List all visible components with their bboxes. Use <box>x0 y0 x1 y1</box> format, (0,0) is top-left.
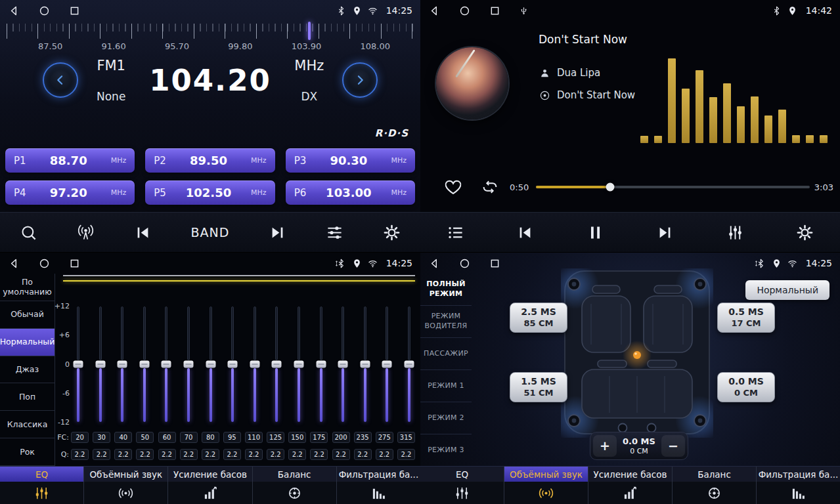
seek-slider[interactable] <box>536 186 810 188</box>
eq-band-slider-95hz[interactable] <box>227 305 238 423</box>
tab-bass-boost[interactable]: Усиление басов <box>588 467 673 504</box>
eq-preset-item[interactable]: Джаз <box>0 356 55 384</box>
preset-button-p4[interactable]: P497.20MHz <box>5 180 135 205</box>
settings-button[interactable] <box>792 220 818 245</box>
eq-preset-item[interactable]: Обычай <box>0 301 55 329</box>
slider-handle[interactable] <box>228 361 238 368</box>
eq-band-slider-40hz[interactable] <box>116 305 128 423</box>
recents-icon[interactable] <box>68 257 81 270</box>
eq-band-slider-200hz[interactable] <box>337 305 349 423</box>
eq-band-slider-30hz[interactable] <box>95 305 106 423</box>
tab-balance[interactable]: Баланс <box>673 467 757 504</box>
eq-band-slider-50hz[interactable] <box>139 305 150 423</box>
eq-band-slider-275hz[interactable] <box>381 305 393 423</box>
previous-station-button[interactable] <box>130 220 156 245</box>
slider-handle[interactable] <box>272 361 282 368</box>
stage-mode-item[interactable]: ПАССАЖИР <box>420 338 472 370</box>
recents-icon[interactable] <box>489 5 501 17</box>
preset-button-p3[interactable]: P390.30MHz <box>286 148 415 173</box>
equalizer-button[interactable] <box>722 220 748 245</box>
slider-handle[interactable] <box>294 361 303 368</box>
eq-preset-item[interactable]: Поп <box>0 383 55 411</box>
tune-down-button[interactable] <box>43 62 78 98</box>
slider-handle[interactable] <box>95 361 105 368</box>
recents-icon[interactable] <box>68 5 81 17</box>
tab-filter[interactable]: Фильтрация ба... <box>337 467 420 504</box>
delay-front-left[interactable]: 2.5 MS 85 CM <box>510 303 567 333</box>
tab-filter[interactable]: Фильтрация ба... <box>757 467 840 504</box>
progress-thumb[interactable] <box>606 183 614 192</box>
eq-band-slider-315hz[interactable] <box>403 305 415 423</box>
eq-band-slider-235hz[interactable] <box>359 305 371 423</box>
back-icon[interactable] <box>8 5 20 17</box>
home-icon[interactable] <box>458 257 471 270</box>
tab-eq-sliders[interactable]: EQ <box>0 467 84 504</box>
eq-preset-item[interactable]: Рок <box>0 438 55 466</box>
delay-front-right[interactable]: 0.5 MS 17 CM <box>717 303 775 333</box>
tab-surround[interactable]: Объёмный звук <box>84 467 168 504</box>
settings-button[interactable] <box>379 220 405 245</box>
pause-button[interactable] <box>583 220 608 245</box>
frequency-scale[interactable] <box>7 24 414 39</box>
slider-handle[interactable] <box>338 361 348 368</box>
eq-preset-item[interactable]: Классика <box>0 411 55 438</box>
favorite-button[interactable] <box>444 178 462 196</box>
eq-band-slider-60hz[interactable] <box>160 305 172 423</box>
tab-eq-sliders[interactable]: EQ <box>420 467 504 504</box>
home-icon[interactable] <box>38 5 51 17</box>
eq-band-slider-125hz[interactable] <box>271 305 282 423</box>
preset-button-p5[interactable]: P5102.50MHz <box>145 180 275 205</box>
stage-mode-item[interactable]: РЕЖИМ 3 <box>420 434 472 466</box>
slider-handle[interactable] <box>404 361 414 368</box>
station-search-button[interactable] <box>16 220 41 245</box>
eq-band-slider-80hz[interactable] <box>205 305 217 423</box>
slider-handle[interactable] <box>206 361 215 368</box>
playlist-button[interactable] <box>443 220 468 245</box>
eq-preset-item[interactable]: Нормальный <box>0 329 55 356</box>
tune-up-button[interactable] <box>342 62 378 98</box>
preset-button-p6[interactable]: P6103.00MHz <box>286 180 415 205</box>
repeat-button[interactable] <box>481 178 499 196</box>
stage-mode-item[interactable]: РЕЖИМ 2 <box>420 402 472 434</box>
scan-button[interactable] <box>73 220 99 245</box>
stage-mode-item[interactable]: ПОЛНЫЙ РЕЖИМ <box>420 274 472 306</box>
tab-bass-boost[interactable]: Усиление басов <box>168 467 252 504</box>
home-icon[interactable] <box>458 5 471 17</box>
preset-button-p1[interactable]: P188.70MHz <box>5 148 135 173</box>
eq-band-slider-175hz[interactable] <box>315 305 327 423</box>
tab-surround[interactable]: Объёмный звук <box>504 467 588 504</box>
next-track-button[interactable] <box>652 220 678 245</box>
back-icon[interactable] <box>428 257 441 270</box>
tab-balance[interactable]: Баланс <box>253 467 337 504</box>
slider-handle[interactable] <box>382 361 392 368</box>
eq-preset-item[interactable]: По умолчанию <box>0 274 55 301</box>
slider-handle[interactable] <box>139 361 149 368</box>
stage-preset-badge[interactable]: Нормальный <box>745 280 829 300</box>
delay-rear-left[interactable]: 1.5 MS 51 CM <box>510 372 567 402</box>
equalizer-button[interactable] <box>322 220 347 245</box>
preset-button-p2[interactable]: P289.50MHz <box>145 148 275 173</box>
back-icon[interactable] <box>428 5 441 17</box>
delay-rear-right[interactable]: 0.0 MS 0 CM <box>717 372 775 402</box>
slider-handle[interactable] <box>118 361 127 368</box>
stage-mode-item[interactable]: РЕЖИМ ВОДИТЕЛЯ <box>420 306 472 338</box>
eq-band-slider-150hz[interactable] <box>293 305 305 423</box>
home-icon[interactable] <box>38 257 51 270</box>
slider-handle[interactable] <box>162 361 171 368</box>
recents-icon[interactable] <box>489 257 501 270</box>
back-icon[interactable] <box>8 257 20 270</box>
slider-handle[interactable] <box>183 361 193 368</box>
previous-track-button[interactable] <box>512 220 538 245</box>
delay-increase-button[interactable]: + <box>593 435 617 457</box>
eq-band-slider-110hz[interactable] <box>249 305 261 423</box>
delay-decrease-button[interactable]: − <box>661 435 685 457</box>
slider-handle[interactable] <box>316 361 326 368</box>
slider-handle[interactable] <box>74 361 83 368</box>
slider-handle[interactable] <box>250 361 259 368</box>
stage-mode-item[interactable]: РЕЖИМ 1 <box>420 370 472 402</box>
album-art[interactable] <box>436 47 508 119</box>
band-button[interactable]: BAND <box>187 221 234 243</box>
slider-handle[interactable] <box>360 361 370 368</box>
eq-band-slider-70hz[interactable] <box>183 305 194 423</box>
next-station-button[interactable] <box>265 220 290 245</box>
